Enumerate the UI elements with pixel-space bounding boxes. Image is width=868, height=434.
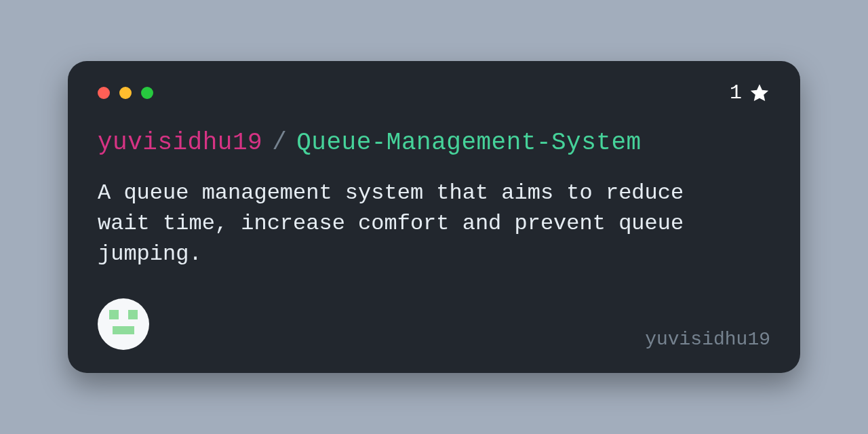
- traffic-light-close-icon: [98, 87, 110, 99]
- repo-name: Queue-Management-System: [296, 129, 641, 157]
- avatar: [98, 298, 149, 350]
- star-count-value: 1: [730, 81, 742, 104]
- window-traffic-lights: [98, 87, 770, 99]
- star-icon: [749, 82, 770, 104]
- repo-social-card: 1 yuvisidhu19 / Queue-Management-System …: [68, 61, 800, 373]
- traffic-light-minimize-icon: [119, 87, 132, 99]
- identicon-icon: [105, 306, 142, 342]
- repo-description: A queue management system that aims to r…: [98, 178, 694, 269]
- star-count: 1: [730, 81, 770, 104]
- repo-title: yuvisidhu19 / Queue-Management-System: [98, 129, 770, 157]
- traffic-light-zoom-icon: [141, 87, 153, 99]
- owner-handle: yuvisidhu19: [645, 329, 770, 350]
- repo-slash: /: [272, 129, 287, 157]
- repo-owner: yuvisidhu19: [98, 129, 262, 157]
